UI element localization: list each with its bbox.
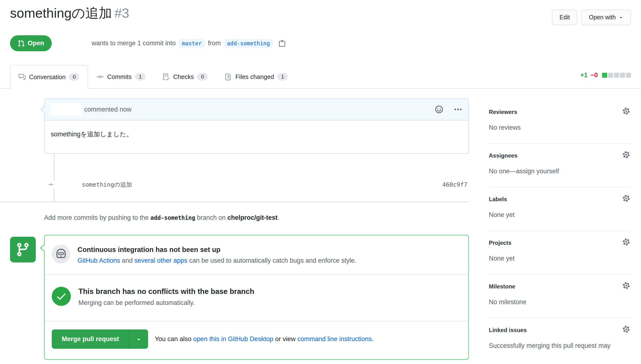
tab-checks[interactable]: Checks 0 xyxy=(154,65,216,89)
diff-block-neutral xyxy=(620,73,625,78)
gear-icon[interactable] xyxy=(622,238,630,246)
diff-additions: +1 xyxy=(580,72,587,79)
sidebar-section-milestone: Milestone No milestone xyxy=(489,274,630,318)
gear-icon[interactable] xyxy=(622,151,630,158)
merge-actions-section: Merge pull request You can also open thi… xyxy=(45,321,468,359)
commit-sha-link[interactable]: 460c9f7 xyxy=(442,181,469,188)
linked-issues-body: Successfully merging this pull request m… xyxy=(489,342,630,350)
gear-icon[interactable] xyxy=(622,282,630,290)
assignees-title: Assignees xyxy=(489,152,630,159)
kebab-menu-icon[interactable] xyxy=(454,105,462,114)
ci-rest-text: can be used to automatically catch bugs … xyxy=(189,257,356,264)
github-actions-link[interactable]: GitHub Actions xyxy=(78,257,120,264)
success-check-circle xyxy=(52,287,71,306)
also-pre-text: You can also xyxy=(155,336,192,342)
pull-request-icon xyxy=(18,40,25,47)
checklist-icon xyxy=(163,73,170,80)
comment-header: commented now xyxy=(45,99,468,120)
merge-pull-request-button[interactable]: Merge pull request xyxy=(52,330,129,349)
diff-block-neutral xyxy=(614,73,619,78)
assignees-body[interactable]: No one—assign yourself xyxy=(489,168,630,175)
ci-subtitle: GitHub Actions and several other apps ca… xyxy=(78,257,356,264)
edit-button[interactable]: Edit xyxy=(552,10,577,25)
conflict-subtitle: Merging can be performed automatically. xyxy=(79,299,254,306)
git-branch-icon xyxy=(15,242,31,257)
copy-branch-icon[interactable] xyxy=(279,40,286,47)
push-hint-post: . xyxy=(278,214,279,221)
edit-button-label: Edit xyxy=(559,14,570,21)
git-commit-icon xyxy=(47,180,55,188)
commit-row: somethingの追加 460c9f7 xyxy=(44,177,469,192)
bot-avatar xyxy=(52,245,70,264)
status-badge-label: Open xyxy=(28,40,44,47)
projects-body: None yet xyxy=(489,255,630,262)
gear-icon[interactable] xyxy=(622,194,630,202)
tab-files-changed[interactable]: Files changed 1 xyxy=(216,65,296,89)
commit-message-link[interactable]: somethingの追加 xyxy=(82,181,132,188)
base-branch-label[interactable]: master xyxy=(179,39,205,48)
open-with-label: Open with xyxy=(589,14,616,21)
reviewers-body: No reviews xyxy=(489,124,630,131)
reviewers-title: Reviewers xyxy=(489,109,630,115)
pr-tab-bar: Conversation 0 Commits 1 Checks 0 Files … xyxy=(0,65,641,89)
labels-body: None yet xyxy=(489,211,630,218)
merge-options-caret[interactable] xyxy=(129,330,148,349)
head-branch-label[interactable]: add-something xyxy=(224,39,273,48)
command-line-link[interactable]: command line instructions xyxy=(297,336,372,342)
merge-summary-pre: wants to merge 1 commit into xyxy=(92,40,176,47)
ci-and-text: and xyxy=(122,257,133,264)
push-hint-pre: Add more commits by pushing to the xyxy=(44,214,149,221)
page-title: somethingの追加#3 xyxy=(10,4,129,22)
gear-icon[interactable] xyxy=(622,326,630,333)
git-commit-icon xyxy=(97,73,104,80)
file-diff-icon xyxy=(225,73,232,80)
tab-conversation[interactable]: Conversation 0 xyxy=(10,65,88,89)
labels-title: Labels xyxy=(489,196,630,202)
conflict-section: This branch has no conflicts with the ba… xyxy=(45,275,468,321)
alternative-actions: You can also open this in GitHub Desktop… xyxy=(155,336,374,343)
milestone-body: No milestone xyxy=(489,298,630,306)
also-mid-text: or view xyxy=(275,336,296,342)
emoji-reaction-icon[interactable] xyxy=(435,105,443,114)
pr-meta-row: Open wants to merge 1 commit into master… xyxy=(10,35,631,51)
tab-files-count: 1 xyxy=(277,73,288,80)
other-apps-link[interactable]: several other apps xyxy=(135,257,187,264)
triangle-down-icon xyxy=(136,336,142,342)
check-icon xyxy=(56,290,67,302)
tab-commits[interactable]: Commits 1 xyxy=(88,65,154,89)
sidebar-section-assignees: Assignees No one—assign yourself xyxy=(489,144,630,187)
pr-title-text: somethingの追加 xyxy=(10,6,112,20)
push-hint-branch: add-something xyxy=(151,214,195,221)
merge-summary: wants to merge 1 commit into master from… xyxy=(92,39,286,48)
projects-title: Projects xyxy=(489,240,630,246)
diff-stat: +1 −0 xyxy=(580,72,631,79)
tab-checks-count: 0 xyxy=(197,73,208,80)
diff-block-added xyxy=(602,73,607,78)
open-with-button[interactable]: Open with xyxy=(581,10,631,25)
comment-body: somethingを追加しました。 xyxy=(45,120,468,153)
milestone-title: Milestone xyxy=(489,283,630,290)
push-hint-mid: branch on xyxy=(197,214,226,221)
sidebar-section-labels: Labels None yet xyxy=(489,187,630,231)
linked-issues-title: Linked issues xyxy=(489,327,630,334)
comment-discussion-icon xyxy=(19,74,26,80)
hubot-icon xyxy=(56,249,67,260)
merge-status-icon xyxy=(10,237,36,262)
gear-icon[interactable] xyxy=(622,107,630,115)
ci-title: Continuous integration has not been set … xyxy=(78,246,356,254)
merge-summary-mid: from xyxy=(208,40,221,47)
timeline-divider xyxy=(0,202,469,202)
diffstat-blocks xyxy=(602,73,631,78)
pr-sidebar: Reviewers No reviews Assignees No one—as… xyxy=(489,100,630,362)
diff-deletions: −0 xyxy=(590,72,598,79)
tab-commits-label: Commits xyxy=(107,73,132,80)
pr-description-comment: commented now somethingを追加しました。 xyxy=(44,98,469,154)
tab-commits-count: 1 xyxy=(135,73,146,80)
github-desktop-link[interactable]: open this in GitHub Desktop xyxy=(193,336,273,342)
diff-block-neutral xyxy=(626,73,631,78)
comment-meta: commented now xyxy=(84,106,131,113)
tab-conversation-count: 0 xyxy=(69,73,80,81)
tab-files-label: Files changed xyxy=(235,73,274,80)
pr-number: #3 xyxy=(115,6,129,20)
status-badge: Open xyxy=(10,35,52,51)
